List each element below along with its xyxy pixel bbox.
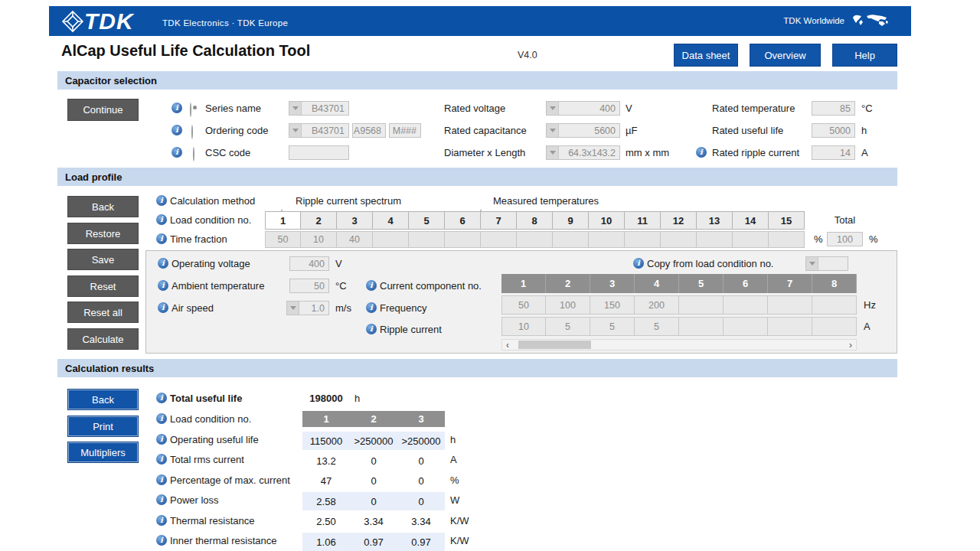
calculate-button[interactable]: Calculate [67, 328, 139, 350]
multipliers-button[interactable]: Multipliers [67, 442, 139, 463]
time-fraction-cell-14[interactable] [733, 231, 769, 248]
ambient-temperature-field[interactable]: 50 [289, 279, 329, 293]
info-icon[interactable]: i [366, 280, 377, 291]
operating-voltage-field[interactable]: 400 [289, 256, 329, 271]
info-icon[interactable]: i [696, 147, 707, 158]
series-name-radio[interactable] [190, 103, 191, 117]
titlebar-button-overview[interactable]: Overview [750, 44, 821, 67]
load-condition-cell-4[interactable]: 4 [373, 211, 409, 230]
time-fraction-cell-10[interactable] [589, 231, 625, 248]
ripple-current-cell-3[interactable]: 5 [590, 317, 635, 336]
copy-from-select[interactable] [805, 256, 848, 271]
scrollbar-track[interactable] [513, 340, 845, 350]
info-icon[interactable]: i [172, 125, 182, 135]
time-fraction-cell-6[interactable] [445, 231, 481, 248]
rated-capacitance-select[interactable]: 5600 [546, 123, 620, 138]
frequency-cell-4[interactable]: 200 [635, 295, 679, 315]
time-fraction-cell-1[interactable]: 50 [265, 231, 301, 248]
rated-useful-life-field[interactable]: 5000 [812, 123, 855, 138]
info-icon[interactable]: i [172, 147, 182, 158]
ordering-code-field2[interactable]: A9568 [352, 123, 386, 138]
info-icon[interactable]: i [156, 535, 167, 546]
frequency-cell-3[interactable]: 150 [590, 295, 635, 315]
series-name-select[interactable]: B43701 [289, 101, 349, 116]
rated-voltage-select[interactable]: 400 [546, 101, 620, 116]
reset-button[interactable]: Reset [67, 276, 139, 297]
load-condition-cell-5[interactable]: 5 [409, 211, 445, 230]
load-condition-cell-1[interactable]: 1 [265, 211, 301, 230]
continue-button[interactable]: Continue [67, 99, 139, 121]
info-icon[interactable]: i [156, 393, 167, 403]
horizontal-scrollbar[interactable]: ‹ › [501, 339, 857, 350]
load-condition-cell-2[interactable]: 2 [301, 211, 337, 230]
info-icon[interactable]: i [156, 434, 167, 445]
time-fraction-cell-9[interactable] [553, 231, 589, 248]
frequency-cell-5[interactable] [679, 295, 724, 315]
info-icon[interactable]: i [156, 454, 167, 465]
load-condition-cell-12[interactable]: 12 [661, 211, 697, 230]
info-icon[interactable]: i [156, 413, 167, 424]
info-icon[interactable]: i [156, 214, 167, 225]
frequency-cell-2[interactable]: 100 [546, 295, 590, 315]
load-condition-cell-9[interactable]: 9 [553, 211, 589, 230]
info-icon[interactable]: i [158, 302, 168, 313]
time-fraction-cell-7[interactable] [481, 231, 517, 248]
csc-code-field[interactable] [289, 145, 349, 160]
frequency-cell-8[interactable] [812, 295, 857, 315]
info-icon[interactable]: i [633, 258, 644, 269]
back-button[interactable]: Back [67, 389, 139, 410]
info-icon[interactable]: i [156, 195, 167, 206]
frequency-cell-7[interactable] [768, 295, 812, 315]
time-fraction-cell-2[interactable]: 10 [301, 231, 337, 248]
restore-button[interactable]: Restore [67, 223, 139, 244]
time-fraction-cell-13[interactable] [697, 231, 733, 248]
time-fraction-cell-11[interactable] [625, 231, 661, 248]
ripple-current-cell-6[interactable] [724, 317, 768, 336]
info-icon[interactable]: i [158, 280, 168, 291]
save-button[interactable]: Save [67, 249, 139, 270]
load-condition-cell-15[interactable]: 15 [769, 211, 805, 230]
time-fraction-cell-12[interactable] [661, 231, 697, 248]
ordering-code-select[interactable]: B43701 [289, 123, 349, 138]
ripple-current-cell-2[interactable]: 5 [546, 317, 590, 336]
time-fraction-cell-15[interactable] [769, 231, 805, 248]
load-condition-cell-13[interactable]: 13 [697, 211, 733, 230]
info-icon[interactable]: i [156, 515, 167, 526]
ripple-current-cell-8[interactable] [812, 317, 857, 336]
load-condition-cell-10[interactable]: 10 [589, 211, 625, 230]
rated-ripple-current-field[interactable]: 14 [812, 145, 855, 160]
info-icon[interactable]: i [156, 494, 167, 505]
ordering-code-radio[interactable] [191, 125, 193, 139]
tdk-worldwide-link[interactable]: TDK Worldwide [783, 13, 890, 28]
diameter-length-select[interactable]: 64.3x143.2 [546, 145, 620, 160]
titlebar-button-help[interactable]: Help [832, 44, 897, 67]
load-condition-cell-7[interactable]: 7 [481, 211, 517, 230]
back-button[interactable]: Back [67, 196, 139, 217]
air-speed-select[interactable]: 1.0 [286, 301, 329, 315]
scrollbar-thumb[interactable] [518, 341, 591, 349]
ordering-code-field3[interactable]: M### [389, 123, 421, 138]
time-fraction-cell-3[interactable]: 40 [337, 231, 373, 248]
load-condition-cell-3[interactable]: 3 [337, 211, 373, 230]
scroll-left-icon[interactable]: ‹ [502, 340, 513, 350]
info-icon[interactable]: i [156, 233, 167, 244]
time-fraction-total-field[interactable]: 100 [827, 232, 863, 246]
ripple-current-cell-1[interactable]: 10 [501, 317, 546, 336]
titlebar-button-data-sheet[interactable]: Data sheet [674, 44, 738, 67]
frequency-cell-6[interactable] [724, 295, 768, 315]
info-icon[interactable]: i [158, 258, 168, 269]
scroll-right-icon[interactable]: › [845, 340, 856, 350]
load-condition-cell-6[interactable]: 6 [445, 211, 481, 230]
info-icon[interactable]: i [366, 324, 377, 334]
info-icon[interactable]: i [156, 474, 167, 485]
ripple-current-cell-5[interactable] [679, 317, 724, 336]
time-fraction-cell-5[interactable] [409, 231, 445, 248]
info-icon[interactable]: i [172, 103, 182, 113]
time-fraction-cell-8[interactable] [517, 231, 553, 248]
frequency-cell-1[interactable]: 50 [501, 295, 546, 315]
ripple-current-cell-7[interactable] [768, 317, 812, 336]
rated-temperature-field[interactable]: 85 [812, 101, 855, 116]
load-condition-cell-14[interactable]: 14 [733, 211, 769, 230]
load-condition-cell-8[interactable]: 8 [517, 211, 553, 230]
time-fraction-cell-4[interactable] [373, 231, 409, 248]
